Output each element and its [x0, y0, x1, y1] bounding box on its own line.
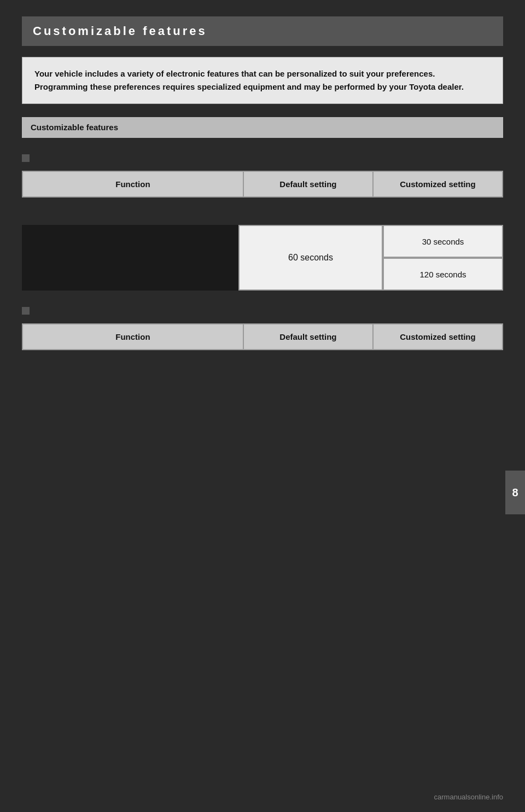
logo-text: carmanualsonline.info: [434, 793, 503, 801]
custom-seconds-column: 30 seconds 120 seconds: [383, 225, 503, 291]
main-area: Customizable features Your vehicle inclu…: [0, 0, 525, 812]
sub-section-bar: Customizable features: [22, 117, 503, 138]
seconds-section: 60 seconds 30 seconds 120 seconds: [238, 225, 503, 291]
table2-header-function: Function: [22, 324, 243, 350]
table2-header-default: Default setting: [243, 324, 373, 350]
side-tab: 8: [505, 471, 525, 514]
table1-header-function: Function: [22, 171, 243, 197]
bullet-square-2: [22, 307, 30, 315]
bullet-square-1: [22, 154, 30, 162]
bottom-logo: carmanualsonline.info: [434, 793, 503, 801]
option-120-seconds: 120 seconds: [383, 258, 503, 291]
sub-section-label: Customizable features: [31, 123, 118, 132]
page-title: Customizable features: [33, 24, 492, 38]
side-tab-number: 8: [512, 486, 518, 499]
table-2: Function Default setting Customized sett…: [22, 323, 503, 350]
table1-header-customized: Customized setting: [373, 171, 503, 197]
bullet-1-row: [22, 149, 503, 166]
table1-spacer: [22, 198, 503, 214]
page: Customizable features Your vehicle inclu…: [0, 0, 525, 812]
default-seconds: 60 seconds: [238, 225, 383, 291]
info-text: Your vehicle includes a variety of elect…: [34, 67, 491, 94]
table1-header-default: Default setting: [243, 171, 373, 197]
table-1: Function Default setting Customized sett…: [22, 171, 503, 198]
data-row: 60 seconds 30 seconds 120 seconds: [22, 225, 503, 291]
table2-header-customized: Customized setting: [373, 324, 503, 350]
page-title-bar: Customizable features: [22, 16, 503, 46]
bullet-2-row: [22, 301, 503, 319]
function-cell: [22, 225, 238, 291]
option-30-seconds: 30 seconds: [383, 225, 503, 258]
info-box: Your vehicle includes a variety of elect…: [22, 57, 503, 104]
